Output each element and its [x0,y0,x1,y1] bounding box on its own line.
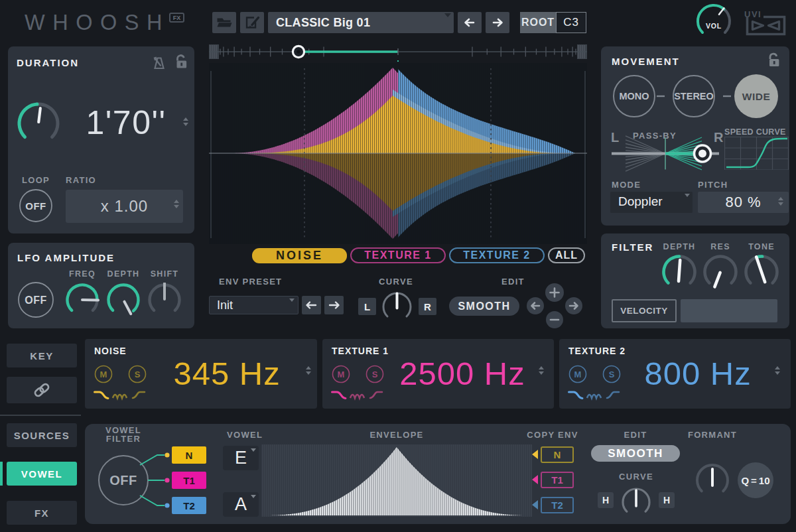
svg-text:STEREO: STEREO [674,91,714,101]
svg-text:M: M [100,369,107,379]
svg-text:L: L [611,130,619,145]
svg-text:M: M [338,369,345,379]
svg-text:S: S [372,369,378,379]
svg-text:MONO: MONO [619,91,649,101]
svg-text:OFF: OFF [25,200,46,212]
svg-text:WIDE: WIDE [742,91,770,102]
svg-text:S: S [609,369,615,379]
svg-text:VOL: VOL [706,22,722,30]
svg-text:OFF: OFF [25,295,47,306]
svg-text:M: M [574,369,582,379]
svg-text:S: S [135,369,141,379]
svg-text:R: R [714,130,724,145]
